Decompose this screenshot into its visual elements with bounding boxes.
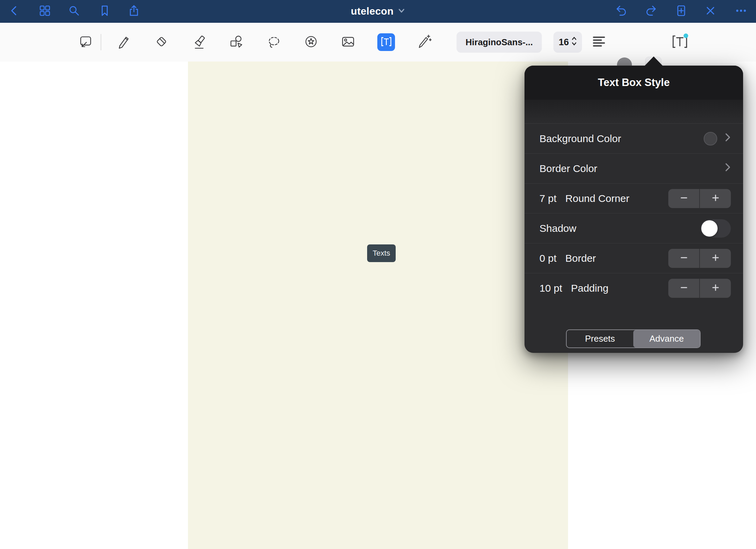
share-icon: [127, 4, 140, 18]
grid-view-icon: [38, 4, 51, 18]
chevron-right-icon: [725, 132, 731, 145]
segment-advance[interactable]: Advance: [633, 330, 700, 347]
plus-icon: [711, 284, 720, 293]
padding-increase-button[interactable]: [699, 279, 731, 298]
padding-row: 10 pt Padding: [525, 273, 743, 303]
laser-pointer-tool-button[interactable]: [416, 34, 432, 51]
border-width-value: 0 pt: [539, 253, 556, 264]
text-box-style-icon: [671, 33, 688, 51]
background-color-label: Background Color: [539, 133, 704, 144]
share-button[interactable]: [127, 4, 140, 18]
shapes-tool-button[interactable]: [228, 34, 244, 51]
plus-icon: [711, 254, 720, 263]
photo-icon: [340, 34, 356, 51]
photo-tool-button[interactable]: [340, 34, 356, 51]
background-color-row[interactable]: Background Color: [525, 123, 743, 153]
search-icon: [68, 4, 81, 18]
close-icon: [704, 4, 717, 18]
round-corner-label: Round Corner: [565, 193, 668, 204]
padding-value: 10 pt: [539, 282, 562, 294]
highlighter-tool-button[interactable]: [192, 34, 207, 51]
redo-icon: [645, 4, 657, 18]
border-decrease-button[interactable]: [668, 249, 699, 268]
bookmark-button[interactable]: [98, 4, 111, 18]
presets-advance-segmented-control: Presets Advance: [566, 329, 701, 348]
canvas-page[interactable]: [188, 62, 568, 549]
eraser-icon: [154, 34, 169, 51]
round-corner-row: 7 pt Round Corner: [525, 183, 743, 213]
text-tool-button[interactable]: [377, 33, 395, 51]
more-options-button[interactable]: [735, 4, 748, 18]
add-page-button[interactable]: [675, 4, 688, 18]
bookmark-icon: [98, 4, 111, 18]
border-increase-button[interactable]: [699, 249, 731, 268]
popover-title: Text Box Style: [525, 66, 743, 100]
round-corner-stepper: [668, 189, 731, 208]
pen-icon: [116, 34, 132, 51]
font-family-label: HiraginoSans-...: [466, 37, 533, 48]
align-left-icon: [592, 35, 606, 50]
pen-tool-button[interactable]: [116, 34, 132, 51]
lasso-tool-button[interactable]: [266, 34, 282, 51]
round-corner-decrease-button[interactable]: [668, 189, 699, 208]
eraser-tool-button[interactable]: [154, 34, 169, 51]
document-title: utelecon: [351, 5, 394, 17]
border-width-stepper: [668, 249, 731, 268]
canvas-text-label: Texts: [373, 249, 390, 258]
sticker-star-icon: [303, 34, 319, 51]
border-color-row[interactable]: Border Color: [525, 153, 743, 183]
tools-toolbar: HiraginoSans-... 16: [0, 23, 756, 62]
shapes-icon: [228, 34, 244, 51]
minus-icon: [680, 254, 688, 263]
more-ellipsis-icon: [735, 4, 748, 18]
highlighter-icon: [192, 34, 207, 51]
font-family-button[interactable]: HiraginoSans-...: [457, 32, 542, 53]
text-tool-icon: [381, 36, 392, 48]
shadow-row: Shadow: [525, 213, 743, 243]
shadow-toggle[interactable]: [700, 219, 731, 238]
laser-pointer-icon: [416, 34, 432, 51]
popover-gradient-band: [525, 100, 743, 123]
pan-icon: [78, 34, 93, 51]
add-page-icon: [675, 4, 688, 18]
title-dropdown-chevron-icon: [398, 7, 405, 16]
back-button[interactable]: [8, 4, 21, 18]
stepper-chevrons-icon: [571, 36, 577, 49]
close-document-button[interactable]: [704, 4, 717, 18]
top-nav-bar: utelecon: [0, 0, 756, 23]
plus-icon: [711, 194, 720, 203]
segment-presets[interactable]: Presets: [567, 330, 633, 347]
minus-icon: [680, 284, 688, 293]
padding-stepper: [668, 279, 731, 298]
popover-arrow: [645, 56, 663, 66]
padding-decrease-button[interactable]: [668, 279, 699, 298]
toolbar-divider: [101, 34, 101, 50]
shadow-label: Shadow: [539, 223, 700, 234]
text-box-style-popover: Text Box Style Background Color Border C…: [525, 66, 743, 353]
font-size-stepper[interactable]: 16: [553, 32, 582, 53]
chevron-right-icon: [725, 162, 731, 175]
redo-button[interactable]: [645, 4, 657, 18]
thumbnails-button[interactable]: [38, 4, 51, 18]
round-corner-increase-button[interactable]: [699, 189, 731, 208]
back-chevron-icon: [8, 4, 21, 18]
lasso-icon: [266, 34, 282, 51]
undo-icon: [615, 4, 628, 18]
border-width-label: Border: [565, 253, 668, 264]
text-alignment-button[interactable]: [592, 35, 606, 50]
document-title-button[interactable]: utelecon: [351, 5, 405, 17]
padding-label: Padding: [571, 282, 668, 294]
canvas-text-object[interactable]: Texts: [367, 244, 396, 262]
toggle-knob: [701, 220, 718, 237]
background-color-current-swatch: [704, 132, 717, 145]
search-button[interactable]: [68, 4, 81, 18]
minus-icon: [680, 194, 688, 203]
elements-tool-button[interactable]: [303, 34, 319, 51]
border-width-row: 0 pt Border: [525, 243, 743, 273]
pan-mode-button[interactable]: [78, 34, 93, 51]
border-color-label: Border Color: [539, 163, 725, 174]
round-corner-value: 7 pt: [539, 193, 556, 204]
undo-button[interactable]: [615, 4, 628, 18]
font-size-value: 16: [559, 37, 569, 48]
text-box-style-button[interactable]: [671, 33, 688, 51]
